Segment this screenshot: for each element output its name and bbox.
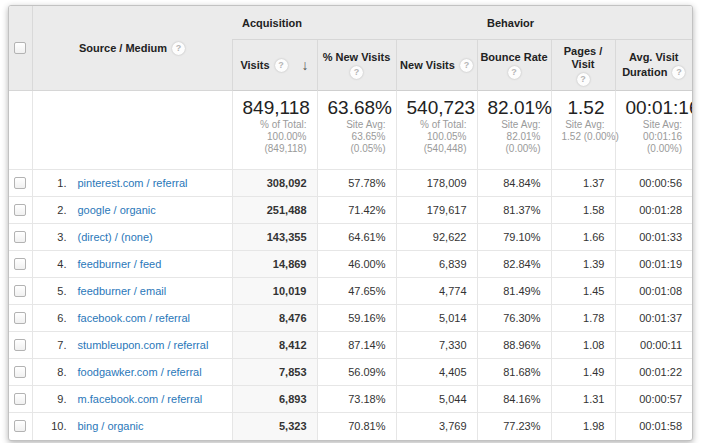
source-medium-link[interactable]: feedburner / feed (78, 258, 162, 270)
bounce-rate-value: 79.10% (477, 224, 551, 251)
visits-value: 5,323 (232, 413, 317, 440)
summary-checkbox-cell (9, 91, 32, 170)
table-row: 2.google / organic 251,488 71.42% 179,61… (9, 197, 692, 224)
row-checkbox-cell (9, 170, 32, 197)
row-checkbox[interactable] (14, 285, 26, 297)
totals-summary-row: 849,118 % of Total: 100.00% (849,118) 63… (9, 91, 692, 170)
new-visits-value: 92,622 (396, 224, 477, 251)
avg-visit-duration-value: 00:00:56 (615, 170, 692, 197)
summary-new-visits-cell: 540,723 % of Total: 100.05% (540,448) (396, 91, 477, 170)
row-checkbox[interactable] (14, 339, 26, 351)
help-icon[interactable]: ? (672, 66, 685, 79)
new-visits-value: 5,044 (396, 386, 477, 413)
select-all-checkbox[interactable] (14, 42, 26, 54)
row-number: 2. (43, 204, 67, 216)
bounce-rate-label: Bounce Rate (480, 51, 547, 64)
row-number: 10. (43, 420, 67, 432)
source-medium-label: Source / Medium (79, 42, 167, 54)
new-visits-value: 178,009 (396, 170, 477, 197)
row-number: 3. (43, 231, 67, 243)
pages-visit-value: 1.45 (551, 278, 615, 305)
source-medium-link[interactable]: pinterest.com / referral (78, 177, 188, 189)
visits-value: 10,019 (232, 278, 317, 305)
source-cell: 8.foodgawker.com / referral (32, 359, 232, 386)
pages-visit-value: 1.39 (551, 251, 615, 278)
visits-column-header[interactable]: Visits ? ↓ (232, 40, 317, 91)
pages-visit-total: 1.52 (562, 97, 605, 119)
row-checkbox[interactable] (14, 420, 26, 432)
sort-descending-icon[interactable]: ↓ (302, 57, 309, 73)
row-checkbox-cell (9, 251, 32, 278)
bounce-rate-column-header[interactable]: Bounce Rate ? (477, 40, 551, 91)
bounce-rate-value: 88.96% (477, 332, 551, 359)
row-number: 9. (43, 393, 67, 405)
row-checkbox-cell (9, 305, 32, 332)
table-row: 9.m.facebook.com / referral 6,893 73.18%… (9, 386, 692, 413)
row-checkbox[interactable] (14, 312, 26, 324)
source-medium-column-header[interactable]: Source / Medium ? (32, 6, 232, 91)
source-cell: 6.facebook.com / referral (32, 305, 232, 332)
source-medium-link[interactable]: stumbleupon.com / referral (78, 339, 209, 351)
row-checkbox[interactable] (14, 204, 26, 216)
pct-new-visits-value: 87.14% (317, 332, 396, 359)
pct-new-visits-total: 63.68% (328, 97, 386, 119)
help-icon[interactable]: ? (172, 42, 185, 55)
pct-new-visits-column-header[interactable]: % New Visits ? (317, 40, 396, 91)
source-medium-link[interactable]: bing / organic (78, 420, 144, 432)
bounce-rate-total-note: 82.01% (488, 131, 541, 143)
visits-value: 143,355 (232, 224, 317, 251)
avg-visit-duration-total-note: Site Avg: (626, 119, 683, 131)
help-icon[interactable]: ? (460, 59, 473, 72)
pages-visit-column-header[interactable]: Pages / Visit ? (551, 40, 615, 91)
summary-source-cell (32, 91, 232, 170)
pct-new-visits-value: 57.78% (317, 170, 396, 197)
pct-new-visits-value: 73.18% (317, 386, 396, 413)
avg-visit-duration-value: 00:01:33 (615, 224, 692, 251)
row-checkbox[interactable] (14, 177, 26, 189)
visits-value: 14,869 (232, 251, 317, 278)
new-visits-column-header[interactable]: New Visits ? (396, 40, 477, 91)
pages-visit-value: 1.58 (551, 197, 615, 224)
pages-visit-label: Pages / Visit (552, 45, 615, 71)
pct-new-visits-value: 70.81% (317, 413, 396, 440)
source-medium-link[interactable]: google / organic (78, 204, 156, 216)
avg-visit-duration-value: 00:01:19 (615, 251, 692, 278)
bounce-rate-total: 82.01% (488, 97, 541, 119)
help-icon[interactable]: ? (508, 66, 521, 79)
group-header-row: Source / Medium ? Acquisition Behavior (9, 6, 692, 40)
source-cell: 4.feedburner / feed (32, 251, 232, 278)
visits-value: 308,092 (232, 170, 317, 197)
source-medium-link[interactable]: foodgawker.com / referral (78, 366, 202, 378)
help-icon[interactable]: ? (577, 73, 590, 86)
table-row: 4.feedburner / feed 14,869 46.00% 6,839 … (9, 251, 692, 278)
pages-visit-value: 1.31 (551, 386, 615, 413)
row-number: 4. (43, 258, 67, 270)
source-medium-link[interactable]: (direct) / (none) (78, 231, 153, 243)
source-cell: 7.stumbleupon.com / referral (32, 332, 232, 359)
visits-value: 6,893 (232, 386, 317, 413)
table-row: 7.stumbleupon.com / referral 8,412 87.14… (9, 332, 692, 359)
avg-visit-duration-value: 00:00:57 (615, 386, 692, 413)
row-checkbox[interactable] (14, 231, 26, 243)
source-cell: 10.bing / organic (32, 413, 232, 440)
avg-visit-duration-value: 00:01:08 (615, 278, 692, 305)
table-row: 3.(direct) / (none) 143,355 64.61% 92,62… (9, 224, 692, 251)
source-medium-link[interactable]: m.facebook.com / referral (78, 393, 203, 405)
row-number: 5. (43, 285, 67, 297)
avg-visit-duration-column-header[interactable]: Avg. Visit Duration ? (615, 40, 692, 91)
bounce-rate-value: 76.30% (477, 305, 551, 332)
help-icon[interactable]: ? (275, 59, 288, 72)
row-checkbox-cell (9, 278, 32, 305)
source-medium-link[interactable]: facebook.com / referral (78, 312, 191, 324)
row-checkbox[interactable] (14, 366, 26, 378)
row-number: 8. (43, 366, 67, 378)
row-checkbox[interactable] (14, 393, 26, 405)
pct-new-visits-value: 59.16% (317, 305, 396, 332)
visits-value: 8,476 (232, 305, 317, 332)
row-checkbox[interactable] (14, 258, 26, 270)
source-medium-table-card: Source / Medium ? Acquisition Behavior (8, 5, 693, 441)
avg-visit-duration-label-line2: Duration (622, 66, 667, 79)
source-medium-link[interactable]: feedburner / email (78, 285, 167, 297)
new-visits-value: 4,405 (396, 359, 477, 386)
help-icon[interactable]: ? (350, 66, 363, 79)
